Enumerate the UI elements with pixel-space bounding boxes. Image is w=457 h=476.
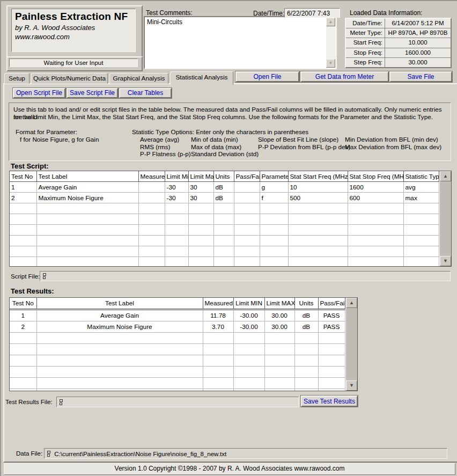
table-cell[interactable] [318, 389, 345, 392]
table-cell[interactable]: 2 [10, 193, 36, 203]
table-cell[interactable]: 600 [348, 193, 403, 203]
script-file-field[interactable] [40, 271, 451, 281]
table-cell[interactable] [288, 203, 348, 214]
table-cell[interactable] [348, 257, 403, 267]
table-cell[interactable] [188, 236, 213, 246]
clear-tables-button[interactable]: Clear Tables [119, 88, 172, 98]
table-cell[interactable] [10, 367, 36, 378]
column-header[interactable]: Test Label [36, 298, 203, 310]
save-test-results-button[interactable]: Save Test Results [301, 396, 358, 407]
table-cell[interactable] [36, 236, 138, 246]
table-cell[interactable] [165, 225, 188, 236]
table-cell[interactable] [234, 182, 260, 193]
table-cell[interactable] [36, 355, 203, 367]
table-cell[interactable] [403, 214, 439, 225]
column-header[interactable]: Pass/Fail [318, 298, 345, 310]
table-cell[interactable] [403, 246, 439, 257]
test-comments-box[interactable]: Mini-Circuits ▲ ▼ [144, 16, 337, 69]
table-cell[interactable]: dB [213, 193, 234, 203]
table-cell[interactable] [203, 333, 233, 344]
table-cell[interactable] [264, 344, 294, 355]
tab-quick-plots[interactable]: Quick Plots/Numeric Data [31, 73, 108, 84]
table-cell[interactable] [260, 257, 288, 267]
test-results-file-field[interactable] [56, 397, 299, 407]
table-cell[interactable]: Maximum Noise Figure [36, 193, 138, 203]
comments-scrollbar[interactable]: ▲ ▼ [326, 18, 335, 68]
data-file-value[interactable]: C:\current\PainlessExtraction\Noise Figu… [54, 451, 226, 457]
column-header[interactable]: Measured [203, 298, 233, 310]
table-cell[interactable] [138, 182, 165, 193]
get-data-from-meter-button[interactable]: Get Data from Meter [300, 71, 389, 82]
table-cell[interactable] [203, 389, 233, 392]
table-cell[interactable]: 3.70 [203, 321, 233, 333]
table-cell[interactable] [288, 246, 348, 257]
table-cell[interactable]: dB [294, 310, 318, 321]
table-cell[interactable] [36, 214, 138, 225]
table-cell[interactable] [403, 257, 439, 267]
table-cell[interactable]: 500 [288, 193, 348, 203]
table-cell[interactable] [138, 225, 165, 236]
table-cell[interactable] [10, 389, 36, 392]
table-cell[interactable] [213, 225, 234, 236]
table-cell[interactable]: g [260, 182, 288, 193]
table-cell[interactable] [10, 333, 36, 344]
datetime-value[interactable]: 6/22/2007 7:43 [284, 8, 340, 18]
table-cell[interactable] [288, 236, 348, 246]
table-cell[interactable] [233, 378, 264, 389]
table-cell[interactable] [403, 225, 439, 236]
table-cell[interactable]: PASS [318, 321, 345, 333]
table-cell[interactable] [264, 389, 294, 392]
scroll-up-icon[interactable]: ▲ [326, 18, 335, 26]
column-header[interactable]: Stat Stop Freq (MHz) [348, 171, 403, 182]
table-cell[interactable] [10, 225, 36, 236]
open-script-file-button[interactable]: Open Script File [13, 88, 65, 98]
table-cell[interactable] [294, 344, 318, 355]
table-cell[interactable] [233, 389, 264, 392]
tab-setup[interactable]: Setup [4, 73, 30, 84]
table-cell[interactable] [348, 225, 403, 236]
table-cell[interactable] [213, 236, 234, 246]
table-cell[interactable]: max [403, 193, 439, 203]
scroll-down-icon[interactable]: ▼ [346, 380, 357, 391]
table-cell[interactable] [260, 246, 288, 257]
table-cell[interactable] [233, 344, 264, 355]
table-cell[interactable] [234, 246, 260, 257]
table-cell[interactable] [36, 367, 203, 378]
column-header[interactable]: Test No [10, 171, 36, 182]
column-header[interactable]: Parameter [260, 171, 288, 182]
column-header[interactable]: Test Label [36, 171, 138, 182]
table-cell[interactable] [165, 257, 188, 267]
table-cell[interactable]: 2 [10, 321, 36, 333]
save-file-button[interactable]: Save File [389, 71, 452, 82]
table-cell[interactable] [36, 203, 138, 214]
column-header[interactable]: Measured [138, 171, 165, 182]
table-cell[interactable] [213, 214, 234, 225]
table-cell[interactable]: Maximum Noise Figure [36, 321, 203, 333]
table-cell[interactable] [260, 203, 288, 214]
path-browse-icon[interactable] [59, 399, 64, 407]
table-cell[interactable] [264, 367, 294, 378]
test-script-table[interactable]: Test NoTest LabelMeasuredLimit MinLimit … [10, 171, 439, 267]
table-cell[interactable] [294, 333, 318, 344]
table-cell[interactable] [213, 203, 234, 214]
table-cell[interactable] [294, 355, 318, 367]
table-cell[interactable] [348, 203, 403, 214]
table-cell[interactable]: 30.00 [264, 310, 294, 321]
table-cell[interactable] [10, 203, 36, 214]
table-cell[interactable] [288, 214, 348, 225]
table-cell[interactable]: 30 [188, 182, 213, 193]
table-cell[interactable]: Average Gain [36, 310, 203, 321]
table-cell[interactable] [138, 257, 165, 267]
data-file-field[interactable]: C:\current\PainlessExtraction\Noise Figu… [44, 448, 447, 459]
table-cell[interactable] [203, 344, 233, 355]
table-cell[interactable] [138, 203, 165, 214]
table-cell[interactable] [36, 225, 138, 236]
column-header[interactable]: Pass/Fail [234, 171, 260, 182]
table-cell[interactable]: dB [294, 321, 318, 333]
column-header[interactable]: Limit MIN [233, 298, 264, 310]
table-cell[interactable] [233, 333, 264, 344]
table-cell[interactable] [138, 193, 165, 203]
table-cell[interactable] [138, 246, 165, 257]
tab-graphical-analysis[interactable]: Graphical Analysis [109, 73, 168, 84]
path-browse-icon[interactable] [47, 450, 51, 459]
